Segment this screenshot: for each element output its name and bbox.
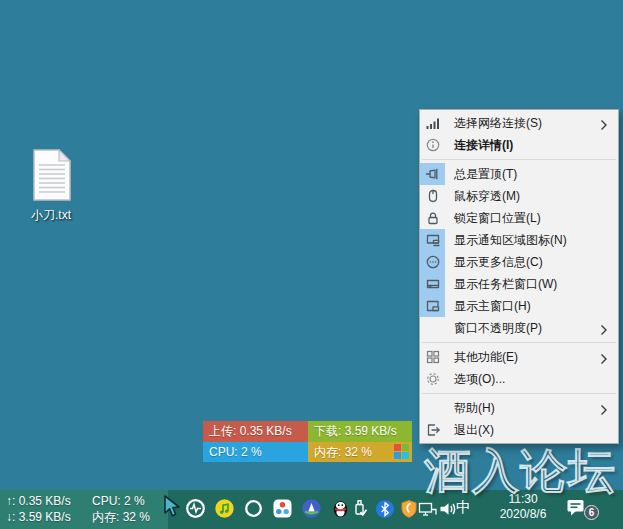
menu-separator [422,393,616,394]
menu-item-options[interactable]: 选项(O)... [420,368,618,390]
menu-item-lock-window-position[interactable]: 锁定窗口位置(L) [420,207,618,229]
menu-separator [422,342,616,343]
menu-item-label: 显示任务栏窗口(W) [454,276,557,293]
menu-item-show-more-info[interactable]: 显示更多信息(C) [420,251,618,273]
taskbar: ↑: 0.35 KB/s ↓: 3.59 KB/s CPU: 2 % 内存: 3… [0,490,623,529]
widget-cpu-cell: CPU: 2 % [203,442,308,463]
menu-item-label: 显示通知区域图标(N) [454,232,567,249]
notification-center-icon[interactable] [566,498,586,521]
clock-time: 11:30 [486,492,560,507]
text-file-icon [30,149,72,205]
menu-separator [422,159,616,160]
taskbar-download-speed: ↓: 3.59 KB/s [6,509,71,525]
music-app-icon[interactable] [214,498,235,519]
menu-item-show-main-window[interactable]: 显示主窗口(H) [420,295,618,317]
widget-download-cell: 下载: 3.59 KB/s [308,421,412,442]
menu-item-exit[interactable]: 退出(X) [420,419,618,441]
traffic-monitor-logo-icon [394,444,409,459]
ring-app-icon[interactable] [243,498,264,519]
widget-upload-cell: 上传: 0.35 KB/s [203,421,308,442]
notification-count-badge[interactable]: 6 [584,505,599,520]
taskbar-clock[interactable]: 11:30 2020/8/6 [486,492,560,522]
menu-icon-empty [420,317,445,339]
pin-icon [420,163,445,185]
menu-item-other-functions[interactable]: 其他功能(E) [420,346,618,368]
menu-icon-empty [420,397,445,419]
menu-item-show-notification-area-icon[interactable]: 显示通知区域图标(N) [420,229,618,251]
menu-item-always-on-top[interactable]: 总是置顶(T) [420,163,618,185]
menu-item-label: 选择网络连接(S) [454,115,542,132]
menu-item-label: 总是置顶(T) [454,166,517,183]
bluetooth-icon[interactable] [374,498,395,519]
menu-item-connection-details[interactable]: 连接详情(I) [420,134,618,156]
menu-item-window-opacity[interactable]: 窗口不透明度(P) [420,317,618,339]
network-icon[interactable] [417,498,438,519]
menu-item-label: 选项(O)... [454,371,505,388]
menu-item-label: 帮助(H) [454,400,495,417]
taskbar-window-icon [420,273,445,295]
lock-icon [420,207,445,229]
traffic-monitor-widget[interactable]: 上传: 0.35 KB/s下载: 3.59 KB/sCPU: 2 %内存: 32… [203,421,412,462]
desktop-file-label: 小刀.txt [18,207,84,224]
traffic-monitor-context-menu: 选择网络连接(S)连接详情(I)总是置顶(T)鼠标穿透(M)锁定窗口位置(L)显… [419,109,619,444]
desktop: 小刀.txt 上传: 0.35 KB/s下载: 3.59 KB/sCPU: 2 … [0,0,623,529]
menu-item-label: 显示主窗口(H) [454,298,531,315]
menu-item-label: 其他功能(E) [454,349,518,366]
security-shield-icon[interactable] [398,498,419,519]
taskbar-traffic-stats[interactable]: ↑: 0.35 KB/s ↓: 3.59 KB/s CPU: 2 % 内存: 3… [0,490,168,529]
game-app-icon[interactable] [301,498,322,519]
menu-item-label: 锁定窗口位置(L) [454,210,541,227]
menu-item-mouse-through[interactable]: 鼠标穿透(M) [420,185,618,207]
usb-icon[interactable] [349,498,370,519]
info-icon [420,134,445,156]
tray-monitor-icon [420,229,445,251]
taskbar-upload-speed: ↑: 0.35 KB/s [6,493,71,509]
grid-icon [420,346,445,368]
mouse-icon [420,185,445,207]
menu-item-label: 退出(X) [454,422,494,439]
exit-icon [420,419,445,441]
taskbar-app-tray [185,498,351,519]
menu-item-label: 窗口不透明度(P) [454,320,542,337]
submenu-chevron-right-icon [600,322,608,340]
menu-item-label: 鼠标穿透(M) [454,188,520,205]
submenu-chevron-right-icon [600,117,608,135]
remote-app-icon[interactable] [272,498,293,519]
audio-wave-app-icon[interactable] [185,498,206,519]
taskbar-cpu-usage: CPU: 2 % [92,493,150,509]
submenu-chevron-right-icon [600,402,608,420]
menu-item-show-taskbar-window[interactable]: 显示任务栏窗口(W) [420,273,618,295]
menu-item-label: 连接详情(I) [454,137,513,154]
gear-icon [420,368,445,390]
main-window-icon [420,295,445,317]
menu-item-label: 显示更多信息(C) [454,254,543,271]
desktop-file-xiaodao[interactable]: 小刀.txt [18,149,84,224]
clock-date: 2020/8/6 [486,507,560,522]
mouse-cursor [162,494,184,523]
menu-item-help[interactable]: 帮助(H) [420,397,618,419]
signal-bars-icon [420,112,445,134]
volume-icon[interactable] [437,498,458,519]
forum-watermark: 酒入论坛 [424,447,616,494]
widget-memory-cell: 内存: 32 % [308,442,412,463]
menu-item-select-network-connection[interactable]: 选择网络连接(S) [420,112,618,134]
qq-icon[interactable] [330,498,351,519]
taskbar-memory-usage: 内存: 32 % [92,509,150,525]
submenu-chevron-right-icon [600,351,608,369]
ime-indicator[interactable]: 中 [456,498,471,517]
more-circle-icon [420,251,445,273]
